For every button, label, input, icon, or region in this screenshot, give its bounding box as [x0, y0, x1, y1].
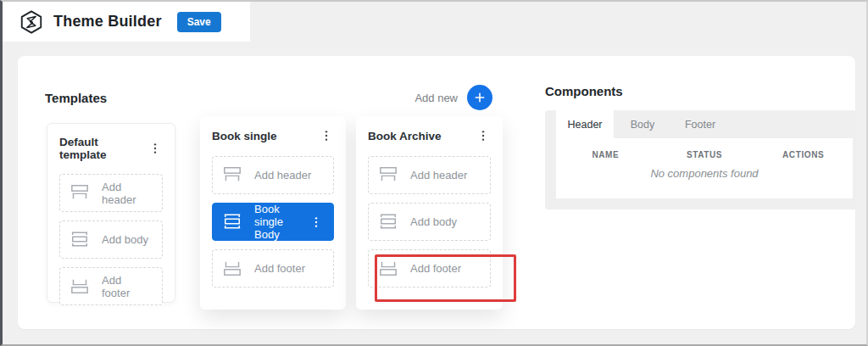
slot-label: Add footer [102, 274, 152, 299]
slot-list: Add header Book single Body Add footer [212, 156, 334, 287]
template-card-title: Default template [59, 136, 147, 161]
body-layout-icon [379, 212, 399, 232]
footer-layout-icon [223, 259, 243, 279]
template-menu-icon[interactable] [476, 128, 491, 143]
template-card-book-single: Book single Add header Book single Body … [200, 116, 346, 310]
slot-label: Book single Body [254, 203, 297, 241]
slot-menu-icon[interactable] [309, 215, 323, 230]
slot-body-active[interactable]: Book single Body [212, 203, 334, 241]
column-header-actions: ACTIONS [754, 150, 853, 159]
components-heading: Components [545, 84, 623, 98]
components-table: NAME STATUS ACTIONS No components found [556, 138, 853, 198]
theme-builder-screen: Theme Builder Save Templates Add new Def… [0, 0, 868, 346]
main-panel: Templates Add new Default template Add h… [18, 56, 855, 329]
tab-footer[interactable]: Footer [671, 110, 729, 138]
footer-layout-icon [379, 259, 399, 279]
card-header: Book Archive [368, 128, 491, 143]
top-bar: Theme Builder Save [3, 2, 250, 42]
template-card-title: Book single [212, 130, 277, 142]
table-header-row: NAME STATUS ACTIONS [556, 138, 853, 159]
theme-builder-logo-icon [19, 9, 44, 35]
save-button[interactable]: Save [177, 12, 221, 32]
slot-label: Add header [102, 181, 152, 206]
slot-label: Add header [410, 169, 467, 181]
add-new-control: Add new [408, 85, 492, 110]
column-header-name: NAME [556, 150, 655, 159]
header-layout-icon [379, 165, 399, 186]
template-card-title: Book Archive [368, 130, 442, 142]
empty-state-message: No components found [556, 167, 853, 180]
body-layout-icon [70, 230, 91, 250]
slot-list: Add header Add body Add footer [368, 156, 491, 287]
slot-label: Add body [410, 215, 457, 228]
slot-add-header[interactable]: Add header [368, 156, 491, 194]
slot-add-header[interactable]: Add header [59, 174, 163, 212]
slot-list: Add header Add body Add footer [59, 174, 163, 305]
slot-label: Add footer [254, 262, 305, 275]
slot-label: Add header [254, 169, 311, 181]
tab-header[interactable]: Header [556, 110, 614, 138]
body-layout-icon [223, 212, 243, 232]
template-card-default: Default template Add header Add body Add… [47, 123, 175, 303]
components-panel: Header Body Footer NAME STATUS ACTIONS N… [545, 110, 857, 209]
footer-layout-icon [70, 276, 91, 297]
template-menu-icon[interactable] [147, 141, 163, 156]
slot-add-header[interactable]: Add header [212, 156, 334, 194]
plus-icon [473, 91, 487, 104]
card-header: Default template [59, 136, 163, 161]
column-header-status: STATUS [655, 150, 754, 159]
slot-add-footer[interactable]: Add footer [212, 249, 334, 287]
slot-add-footer[interactable]: Add footer [59, 267, 163, 305]
templates-heading: Templates [45, 91, 107, 105]
tab-body[interactable]: Body [614, 110, 671, 138]
slot-label: Add body [102, 233, 148, 246]
header-layout-icon [223, 165, 243, 186]
components-tabs: Header Body Footer [545, 110, 857, 138]
template-card-book-archive: Book Archive Add header Add body Add foo… [356, 116, 503, 310]
card-header: Book single [212, 128, 334, 143]
slot-add-body[interactable]: Add body [59, 220, 163, 259]
add-new-label: Add new [415, 92, 458, 104]
add-new-button[interactable] [467, 85, 492, 110]
slot-add-body[interactable]: Add body [368, 203, 491, 241]
page-title: Theme Builder [53, 13, 162, 31]
slot-add-footer[interactable]: Add footer [368, 249, 491, 287]
slot-label: Add footer [410, 262, 461, 275]
header-layout-icon [70, 183, 91, 204]
template-menu-icon[interactable] [319, 128, 334, 143]
